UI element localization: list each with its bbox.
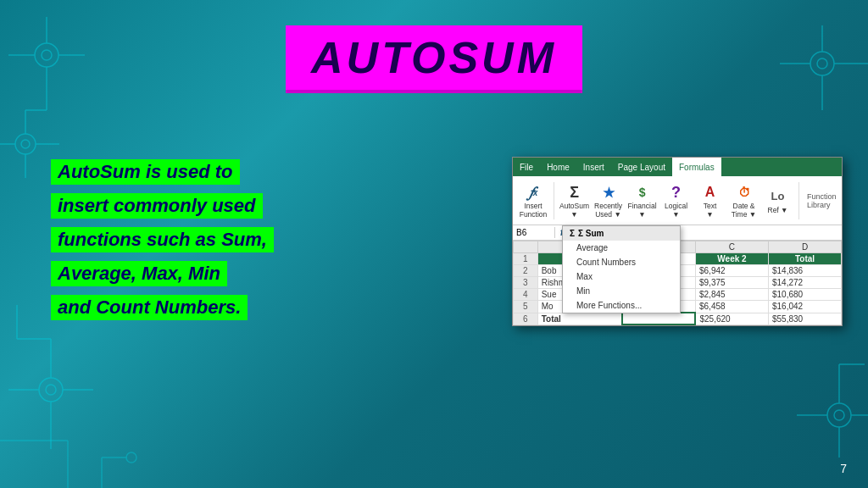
cell-2c[interactable]: $6,942 (695, 265, 768, 277)
cell-5c[interactable]: $6,458 (695, 301, 768, 313)
title-container: AUTOSUM (286, 25, 582, 93)
corner-cell (514, 241, 538, 253)
left-content: AutoSum is used to insert commonly used … (51, 157, 364, 326)
financial-button[interactable]: $ Financial▼ (627, 180, 658, 220)
ribbon-tab-pagelayout[interactable]: Page Layout (611, 158, 672, 176)
toolbar: 𝑓x InsertFunction Σ AutoSum▼ ★ RecentlyU… (513, 176, 842, 225)
cell-6d[interactable]: $55,830 (768, 313, 841, 324)
svg-point-0 (35, 43, 58, 67)
name-box[interactable]: B6 (513, 227, 555, 238)
star-icon: ★ (598, 182, 619, 202)
text-line-4: Average, Max, Min (51, 261, 227, 286)
cell-1c[interactable]: Week 2 (695, 253, 768, 265)
dropdown-sigma: Σ (570, 229, 575, 238)
cell-2d[interactable]: $14,836 (768, 265, 841, 277)
page-number: 7 (840, 462, 847, 475)
ribbon: File Home Insert Page Layout Formulas (513, 158, 842, 176)
logical-icon: ? (666, 182, 687, 202)
col-header-d: D (768, 241, 841, 253)
cell-3c[interactable]: $9,375 (695, 277, 768, 289)
financial-icon: $ (632, 182, 653, 202)
recently-used-label: RecentlyUsed ▼ (594, 202, 622, 219)
cell-4d[interactable]: $10,680 (768, 289, 841, 301)
ribbon-tab-home[interactable]: Home (540, 158, 576, 176)
cell-1d[interactable]: Total (768, 253, 841, 265)
row-num-4: 4 (514, 289, 538, 301)
cell-4c[interactable]: $2,845 (695, 289, 768, 301)
spreadsheet-dropdown-area: B6 fx A B C D 1 Name Week 2 (513, 225, 842, 325)
datetime-label: Date &Time ▼ (732, 202, 756, 219)
excel-window: File Home Insert Page Layout Formulas 𝑓x… (512, 157, 843, 326)
datetime-button[interactable]: ⏱ Date &Time ▼ (729, 180, 760, 220)
svg-point-15 (46, 385, 56, 395)
dropdown-item-more[interactable]: More Functions... (563, 298, 680, 313)
logical-label: Logical▼ (665, 202, 687, 219)
row-num-6: 6 (514, 313, 538, 324)
svg-point-14 (39, 378, 63, 402)
text-line-1: AutoSum is used to (51, 159, 240, 185)
cell-5d[interactable]: $16,042 (768, 301, 841, 313)
svg-point-7 (21, 140, 30, 148)
text-line-3: functions such as Sum, (51, 227, 274, 252)
dropdown-item-average[interactable]: Average (563, 241, 680, 255)
text-button[interactable]: A Text▼ (695, 180, 726, 220)
ribbon-tab-file[interactable]: File (513, 158, 540, 176)
dropdown-title: Σ Sum (578, 229, 604, 238)
slide-title: AUTOSUM (311, 33, 557, 82)
cell-6c[interactable]: $25,620 (695, 313, 768, 324)
svg-point-23 (817, 58, 827, 69)
row-num-1: 1 (514, 253, 538, 265)
text-line-2: insert commonly used (51, 193, 263, 219)
more-icon: Lo (768, 186, 788, 207)
more-label: Ref ▼ (768, 207, 788, 214)
col-header-c: C (695, 241, 768, 253)
svg-point-28 (827, 403, 851, 427)
text-label: Text▼ (704, 202, 717, 219)
more-button[interactable]: Lo Ref ▼ (763, 185, 793, 216)
ribbon-tab-formulas[interactable]: Formulas (672, 158, 721, 176)
autosum-label: AutoSum▼ (559, 202, 589, 219)
ribbon-tab-insert[interactable]: Insert (576, 158, 611, 176)
autosum-dropdown: Σ Σ Sum Average Count Numbers Max Min Mo… (562, 225, 681, 313)
table-row: 6 Total $25,620 $55,830 (514, 313, 842, 324)
svg-point-39 (126, 452, 136, 463)
svg-point-6 (15, 134, 36, 154)
divider-2 (798, 182, 799, 219)
row-num-3: 3 (514, 277, 538, 289)
fx-icon: 𝑓x (523, 182, 543, 202)
dropdown-header: Σ Σ Sum (563, 226, 680, 241)
svg-point-22 (810, 52, 834, 75)
row-num-5: 5 (514, 301, 538, 313)
financial-label: Financial▼ (628, 202, 657, 219)
cell-6a[interactable]: Total (537, 313, 622, 324)
dropdown-item-count[interactable]: Count Numbers (563, 255, 680, 269)
divider-1 (554, 182, 554, 219)
cell-3d[interactable]: $14,272 (768, 277, 841, 289)
dropdown-item-min[interactable]: Min (563, 284, 680, 298)
dropdown-item-max[interactable]: Max (563, 269, 680, 284)
autosum-button[interactable]: Σ AutoSum▼ (559, 180, 590, 220)
logical-button[interactable]: ? Logical▼ (661, 180, 692, 220)
svg-point-29 (834, 410, 844, 420)
sigma-icon: Σ (565, 182, 585, 202)
datetime-icon: ⏱ (734, 182, 754, 202)
insert-function-label: InsertFunction (520, 202, 548, 219)
recently-used-button[interactable]: ★ RecentlyUsed ▼ (593, 180, 624, 220)
svg-point-1 (42, 50, 52, 60)
row-num-2: 2 (514, 265, 538, 277)
text-a-icon: A (700, 182, 721, 202)
text-line-5: and Count Numbers. (51, 295, 248, 320)
function-library-label: Function Library (804, 192, 837, 209)
insert-function-button[interactable]: 𝑓x InsertFunction (518, 180, 548, 220)
cell-6b[interactable] (622, 313, 695, 324)
